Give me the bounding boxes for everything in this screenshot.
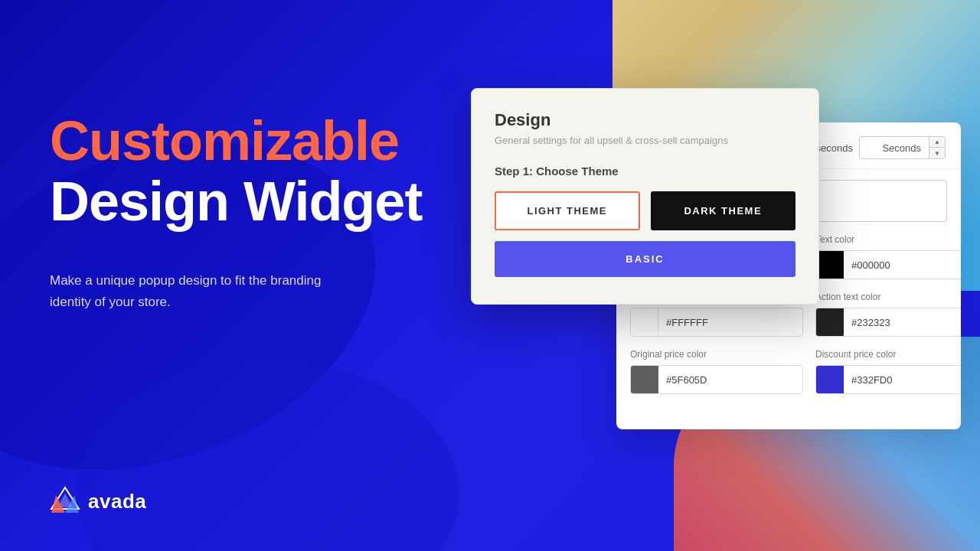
seconds-down-arrow[interactable]: ▼ (929, 148, 945, 158)
original-price-color-label: Original price color (630, 349, 803, 360)
action-text-color-field: Action text color (815, 292, 961, 337)
text-color-label: Text color (815, 234, 961, 245)
seconds-input[interactable] (860, 138, 929, 158)
original-price-color-input-wrap (630, 365, 803, 394)
step-label: Step 1: Choose Theme (495, 165, 795, 178)
action-text-color-input-wrap (815, 308, 961, 337)
dialog-title: Design (495, 110, 795, 130)
left-content: Customizable Design Widget Make a unique… (50, 111, 433, 312)
original-price-color-input[interactable] (658, 368, 802, 392)
action-text-color-swatch[interactable] (816, 308, 844, 336)
design-dialog: Design General settings for all upsell &… (471, 88, 819, 305)
basic-theme-button[interactable]: BASIC (495, 241, 795, 277)
text-color-input-wrap (815, 250, 961, 279)
text-color-input[interactable] (844, 253, 961, 277)
action-text-color-input[interactable] (844, 311, 961, 334)
discount-price-color-label: Discount price color (815, 349, 961, 360)
subtitle: Make a unique popup design to fit the br… (50, 270, 333, 311)
action-color-swatch[interactable] (631, 308, 658, 336)
discount-price-color-swatch[interactable] (816, 366, 844, 393)
discount-price-color-input-wrap (815, 365, 961, 394)
seconds-input-wrap: ▲ ▼ (859, 136, 946, 159)
seconds-up-arrow[interactable]: ▲ (929, 137, 945, 148)
discount-price-color-field: Discount price color (815, 349, 961, 394)
logo: avada (50, 486, 146, 517)
light-theme-button[interactable]: LIGHT THEME (495, 191, 640, 230)
discount-price-color-input[interactable] (844, 368, 961, 392)
dialog-subtitle: General settings for all upsell & cross-… (495, 135, 795, 146)
action-text-color-label: Action text color (815, 292, 961, 302)
seconds-arrows: ▲ ▼ (929, 137, 945, 158)
theme-buttons-row: LIGHT THEME DARK THEME (495, 191, 795, 230)
title-line1: Customizable (50, 111, 433, 171)
seconds-label: seconds (816, 142, 853, 154)
logo-icon (50, 486, 80, 517)
text-color-swatch[interactable] (816, 251, 844, 279)
action-color-input[interactable] (658, 311, 802, 334)
action-color-input-wrap (630, 308, 803, 337)
logo-text: avada (88, 490, 146, 514)
title-line2: Design Widget (50, 171, 433, 232)
dark-theme-button[interactable]: DARK THEME (651, 191, 796, 230)
original-price-color-swatch[interactable] (631, 366, 658, 393)
color-row-3: Original price color Discount price colo… (630, 349, 947, 394)
text-color-field: Text color (815, 234, 961, 279)
original-price-color-field: Original price color (630, 349, 803, 394)
